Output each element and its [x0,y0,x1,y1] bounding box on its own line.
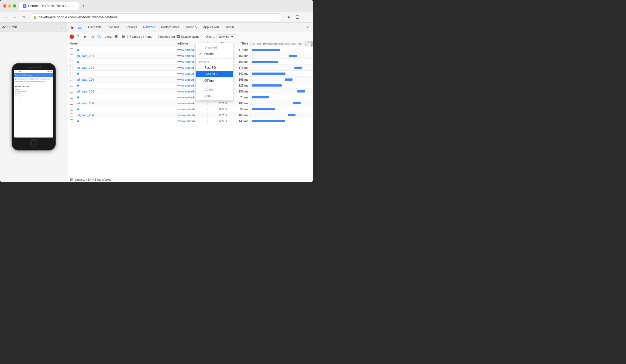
forward-button[interactable]: → [12,14,18,20]
dropdown-item-add[interactable]: Add... [196,93,233,99]
tab-sources[interactable]: Sources [123,24,140,31]
row-initiator-9[interactable]: www-embed-... [175,102,208,105]
extensions-button[interactable]: ☰ [294,13,301,21]
clear-button[interactable]: ⍐ [75,34,81,39]
minimize-traffic-light[interactable] [8,4,11,8]
table-row[interactable]: id www-embed-... 635 B 140 ms [67,118,313,124]
row-name-6[interactable]: id [75,84,175,87]
table-row[interactable]: ad_data_204 www-embed-... 282 B 168 ms [67,77,313,83]
table-row[interactable]: ad_data_204 www-embed-... 282 B 166 ms [67,53,313,59]
row-name-5[interactable]: ad_data_204 [75,78,175,81]
row-name-12[interactable]: id [75,119,175,123]
row-initiator-11[interactable]: www-embed-... [175,114,208,117]
table-row[interactable]: ad_data_204 www-embed-... 282 B 163 ms [67,112,313,118]
table-row[interactable]: id www-embed-... 635 B 142 ms [67,71,313,77]
row-checkbox-2[interactable] [67,60,75,63]
back-button[interactable]: ← [3,14,10,20]
row-checkbox-9[interactable] [67,102,75,105]
dropdown-item-disabled[interactable]: Disabled [196,44,233,51]
preserve-log-checkbox[interactable]: Preserve log [154,35,175,38]
menu-button[interactable]: ⋮ [302,13,310,21]
active-tab[interactable]: C Chrome DevTools | Tools for W × [19,2,79,10]
waterfall-view-button[interactable]: ▦ [121,34,126,39]
table-row[interactable]: id www-embed-... 635 B 118 ms [67,47,313,53]
row-checkbox-6[interactable] [67,84,75,87]
row-checkbox-4[interactable] [67,72,75,75]
row-name-8[interactable]: id [75,96,175,99]
row-checkbox-7[interactable] [67,90,75,93]
row-checkbox-10[interactable] [67,108,75,111]
filter-button[interactable]: ◿ [90,34,95,39]
dropdown-item-online[interactable]: ✓ Online [196,51,233,57]
maximize-traffic-light[interactable] [13,4,16,8]
phone-home-button[interactable] [30,139,37,147]
row-name-9[interactable]: ad_data_204 [75,102,175,105]
camera-button[interactable]: ▶ [82,34,88,39]
group-by-frame-checkbox[interactable]: Group by frame [128,35,152,38]
inspect-element-button[interactable]: ▶ [70,24,76,31]
row-checkbox-0[interactable] [67,48,75,51]
resize-handle[interactable] [310,41,313,47]
tab-application[interactable]: Application [200,24,222,31]
dropdown-item-custom[interactable]: Custom [196,86,233,93]
disable-cache-checkbox[interactable]: Disable cache [177,35,200,38]
row-name-11[interactable]: ad_data_204 [75,114,175,117]
row-name-7[interactable]: ad_data_204 [75,90,175,93]
preserve-log-input[interactable] [154,35,157,38]
row-name-1[interactable]: ad_data_204 [75,54,175,57]
row-initiator-12[interactable]: www-embed-... [175,119,208,123]
table-row[interactable]: id www-embed-... 635 B 74 ms [67,94,313,100]
disable-cache-input[interactable] [177,35,180,38]
row-checkbox-1[interactable] [67,54,75,57]
table-row[interactable]: id www-embed-... 635 B 97 ms [67,106,313,112]
dropdown-item-offline[interactable]: Offline [196,77,233,84]
mobile-options-button[interactable]: ⋮ [59,24,65,30]
tab-console[interactable]: Console [105,24,122,31]
tab-close-button[interactable]: × [72,4,75,8]
tab-memory[interactable]: Memory [183,24,200,31]
devtools-close-button[interactable]: × [304,24,311,31]
waterfall-bar-11 [288,114,296,116]
table-row[interactable]: ad_data_204 www-embed-... 282 B 180 ms [67,100,313,106]
reload-button[interactable]: ↻ [20,14,27,20]
new-tab-button[interactable]: + [80,2,87,10]
dropdown-item-fast3g[interactable]: Fast 3G [196,64,233,71]
throttle-button[interactable]: Slow 3G ▼ [216,34,235,39]
traffic-lights [3,4,16,8]
row-name-0[interactable]: id [75,48,175,51]
list-view-button[interactable]: ☰ [113,34,119,39]
table-row[interactable]: id www-embed-... 635 B 125 ms [67,83,313,88]
row-name-3[interactable]: ad_data_204 [75,66,175,69]
phone-nav-web: Web [19,71,21,72]
tab-elements[interactable]: Elements [85,24,104,31]
offline-input[interactable] [201,35,204,38]
bookmark-button[interactable]: ★ [285,13,293,21]
offline-checkbox[interactable]: Offlin... [201,35,215,38]
tab-performance[interactable]: Performance [158,24,182,31]
device-mode-button[interactable]: ▭ [77,24,83,31]
search-button[interactable]: 🔍 [97,34,102,39]
height-value: 568 [12,25,17,29]
row-checkbox-8[interactable] [67,96,75,99]
row-checkbox-11[interactable] [67,114,75,116]
row-name-2[interactable]: id [75,60,175,63]
close-traffic-light[interactable] [3,4,6,8]
slow3g-checkmark [199,72,203,76]
tab-security[interactable]: Securi... [222,24,239,31]
dropdown-item-slow3g[interactable]: Slow 3G [196,71,233,77]
table-row[interactable]: id www-embed-... 635 B 109 ms [67,59,313,65]
row-name-4[interactable]: id [75,72,175,75]
table-row[interactable]: ad_data_204 www-embed-... 282 B 173 ms [67,65,313,71]
row-initiator-10[interactable]: www-embed-... [175,108,208,111]
record-button[interactable] [70,35,74,39]
tab-network[interactable]: Network [140,24,158,31]
group-by-frame-input[interactable] [128,35,131,38]
row-name-10[interactable]: id [75,108,175,111]
row-checkbox-5[interactable] [67,78,75,81]
address-input[interactable]: 🔒 developers.google.com/web/tools/chrome… [29,13,283,21]
status-text: 15 requests | 6.4 KB transferred [70,178,112,181]
throttle-dropdown: Slow 3G ▼ Disabled ✓ Online [216,34,235,39]
row-checkbox-12[interactable] [67,119,75,122]
row-checkbox-3[interactable] [67,66,75,69]
table-row[interactable]: ad_data_204 www-embed-... 282 B 198 ms [67,88,313,94]
